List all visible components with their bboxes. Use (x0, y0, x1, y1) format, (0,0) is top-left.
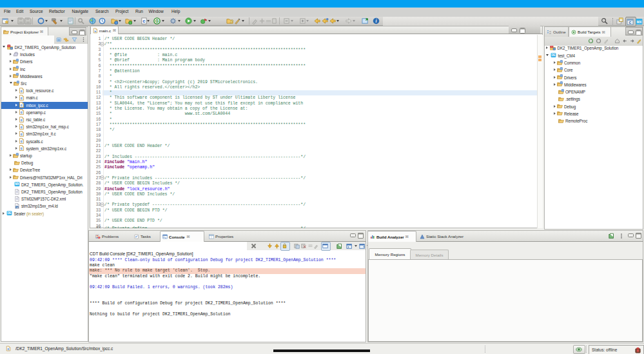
svg-text:MX: MX (637, 19, 642, 23)
svg-text:i: i (375, 18, 376, 24)
svg-text:c: c (142, 19, 145, 24)
svg-text:G: G (155, 19, 159, 23)
svg-text:C: C (629, 21, 632, 25)
